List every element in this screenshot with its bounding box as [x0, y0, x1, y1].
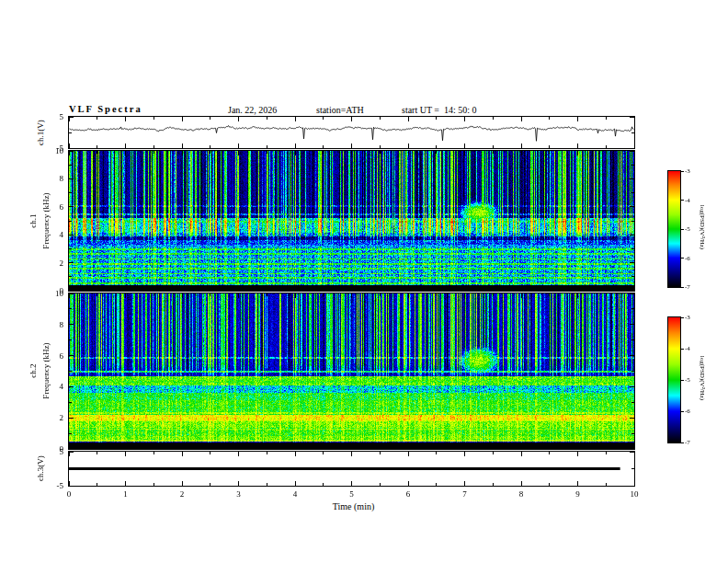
tick-mark	[97, 151, 97, 154]
tick-mark	[380, 288, 381, 291]
y-tick-label: -5	[0, 481, 63, 490]
tick-mark	[154, 151, 154, 154]
tick-mark	[295, 151, 296, 155]
tick-mark	[681, 442, 684, 443]
y-tick-label: 5	[0, 447, 63, 456]
x-axis-title: Time (min)	[314, 501, 392, 511]
tick-mark	[351, 151, 352, 155]
tick-mark	[380, 151, 381, 154]
x-tick-label: 10	[625, 489, 643, 499]
tick-mark	[267, 117, 267, 120]
tick-mark	[681, 171, 684, 172]
tick-mark	[125, 452, 126, 456]
tick-mark	[630, 293, 634, 294]
tick-mark	[97, 117, 97, 120]
tick-mark	[549, 151, 550, 154]
tick-mark	[606, 151, 607, 154]
tick-mark	[238, 144, 239, 148]
tick-mark	[69, 293, 74, 294]
tick-mark	[69, 452, 70, 456]
tick-mark	[630, 449, 634, 450]
tick-mark	[521, 452, 522, 456]
tick-mark	[210, 483, 210, 486]
tick-mark	[631, 402, 634, 403]
tick-mark	[464, 286, 465, 291]
tick-mark	[69, 449, 74, 450]
tick-mark	[549, 483, 550, 486]
tick-mark	[380, 452, 381, 454]
tick-mark	[493, 446, 494, 449]
tick-mark	[577, 293, 578, 298]
tick-mark	[436, 483, 437, 486]
tick-mark	[464, 293, 465, 298]
x-tick-label: 1	[117, 489, 135, 499]
tick-mark	[97, 293, 97, 296]
tick-mark	[630, 452, 634, 453]
tick-mark	[267, 151, 267, 154]
tick-mark	[630, 262, 634, 263]
tick-mark	[69, 468, 72, 469]
tick-mark	[69, 433, 72, 434]
date-label: Jan. 22, 2026	[228, 105, 277, 115]
tick-mark	[295, 144, 296, 148]
tick-mark	[210, 117, 210, 120]
tick-mark	[493, 293, 494, 296]
tick-mark	[436, 452, 437, 454]
tick-mark	[436, 151, 437, 154]
tick-mark	[464, 144, 465, 148]
tick-mark	[154, 117, 154, 120]
ch1-spectrogram-canvas	[69, 151, 634, 291]
tick-mark	[606, 293, 607, 296]
tick-mark	[210, 151, 210, 154]
tick-mark	[634, 293, 635, 298]
tick-mark	[351, 481, 352, 486]
colorbar-ch1	[667, 170, 681, 288]
tick-mark	[630, 178, 634, 179]
y-tick-label: 10	[0, 289, 63, 298]
tick-mark	[154, 288, 154, 291]
tick-mark	[238, 151, 239, 155]
tick-mark	[69, 117, 74, 118]
x-tick-label: 7	[456, 489, 474, 499]
colorbar-tick-label: -7	[685, 439, 703, 446]
tick-mark	[69, 221, 72, 222]
tick-mark	[210, 145, 210, 148]
tick-mark	[125, 444, 126, 449]
ch2-spectrogram-canvas	[69, 293, 634, 449]
tick-mark	[577, 144, 578, 148]
tick-mark	[182, 293, 183, 298]
colorbar-tick-label: -6	[685, 255, 703, 262]
tick-mark	[238, 117, 239, 121]
tick-mark	[69, 371, 72, 372]
tick-mark	[351, 444, 352, 449]
tick-mark	[630, 235, 634, 236]
tick-mark	[323, 151, 324, 154]
tick-mark	[295, 481, 296, 486]
tick-mark	[436, 288, 437, 291]
tick-mark	[464, 444, 465, 449]
tick-mark	[238, 286, 239, 291]
tick-mark	[97, 452, 97, 454]
tick-mark	[323, 145, 324, 148]
tick-mark	[210, 288, 210, 291]
tick-mark	[436, 145, 437, 148]
y-tick-label: 5	[0, 112, 63, 121]
tick-mark	[436, 117, 437, 120]
colorbar-tick-label: -6	[685, 408, 703, 415]
tick-mark	[634, 452, 635, 456]
tick-mark	[69, 178, 74, 179]
tick-mark	[182, 117, 183, 121]
tick-mark	[69, 192, 72, 193]
tick-mark	[521, 144, 522, 148]
tick-mark	[408, 444, 409, 449]
tick-mark	[380, 145, 381, 148]
colorbar-ch2	[667, 316, 681, 443]
tick-mark	[630, 206, 634, 207]
tick-mark	[69, 151, 74, 152]
tick-mark	[267, 452, 267, 454]
tick-mark	[210, 293, 210, 296]
tick-mark	[69, 117, 70, 121]
y-tick-label: 10	[0, 146, 63, 155]
tick-mark	[630, 418, 634, 419]
tick-mark	[521, 481, 522, 486]
